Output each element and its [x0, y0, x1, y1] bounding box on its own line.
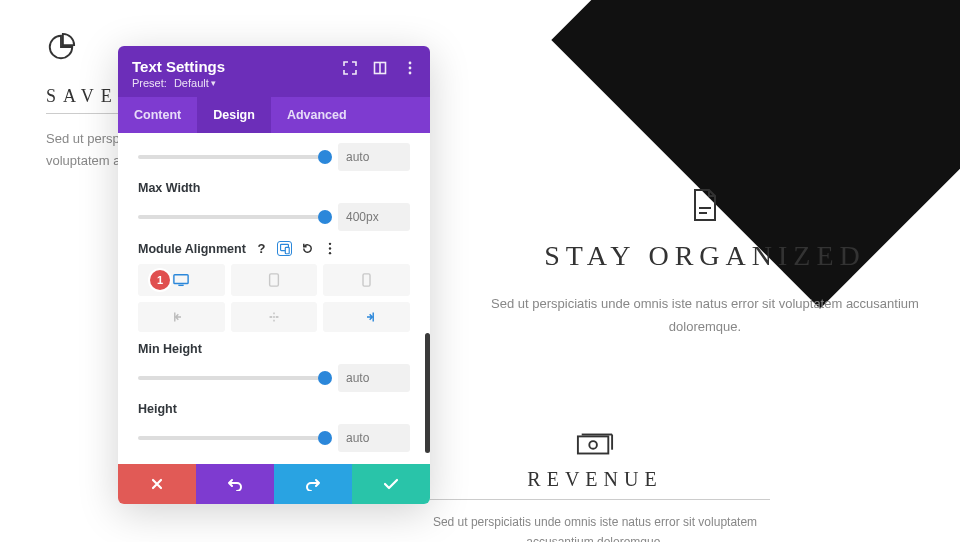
option-more-icon[interactable] [323, 241, 338, 256]
redo-icon [305, 477, 321, 491]
responsive-icon[interactable] [277, 241, 292, 256]
text-settings-modal: Text Settings Preset: Default ▾ Content [118, 46, 430, 504]
modal-preset[interactable]: Preset: Default ▾ [132, 77, 416, 89]
height-slider[interactable] [138, 436, 326, 440]
align-left-button[interactable] [138, 302, 225, 332]
module-alignment-text: Module Alignment [138, 242, 246, 256]
revenue-heading: REVENUE [420, 468, 770, 500]
svg-point-8 [409, 62, 412, 65]
modal-body: auto Max Width 400px Module Alignment ? [118, 133, 430, 464]
svg-rect-19 [363, 274, 370, 286]
svg-rect-2 [578, 436, 608, 453]
pie-chart-icon [46, 32, 76, 62]
device-tab-phone[interactable] [323, 264, 410, 296]
right-column: STAY ORGANIZED Sed ut perspiciatis unde … [480, 188, 930, 339]
reset-icon[interactable] [300, 241, 315, 256]
preset-prefix: Preset: [132, 77, 167, 89]
slider-thumb[interactable] [318, 431, 332, 445]
max-width-slider[interactable] [138, 215, 326, 219]
help-icon[interactable]: ? [254, 241, 269, 256]
revenue-column: REVENUE Sed ut perspiciatis unde omnis i… [420, 432, 770, 542]
min-height-slider[interactable] [138, 376, 326, 380]
save-button[interactable] [352, 464, 430, 504]
slider-thumb[interactable] [318, 371, 332, 385]
height-label: Height [138, 402, 410, 416]
close-button[interactable] [118, 464, 196, 504]
close-icon [150, 477, 164, 491]
revenue-paragraph: Sed ut perspiciatis unde omnis iste natu… [420, 512, 770, 542]
tab-advanced[interactable]: Advanced [271, 97, 363, 133]
svg-rect-12 [285, 247, 289, 253]
svg-rect-16 [174, 275, 188, 284]
more-icon[interactable] [402, 60, 418, 76]
svg-point-13 [329, 243, 331, 245]
max-width-value[interactable]: 400px [338, 203, 410, 231]
width-slider[interactable] [138, 155, 326, 159]
check-icon [383, 478, 399, 490]
expand-icon[interactable] [342, 60, 358, 76]
height-value[interactable]: auto [338, 424, 410, 452]
scrollbar[interactable] [425, 333, 430, 453]
document-icon [691, 188, 719, 222]
svg-point-9 [409, 67, 412, 70]
stay-organized-paragraph: Sed ut perspiciatis unde omnis iste natu… [480, 292, 930, 339]
preset-value: Default [174, 77, 209, 89]
max-height-label: Max Height [138, 462, 410, 464]
align-right-button[interactable] [323, 302, 410, 332]
modal-header[interactable]: Text Settings Preset: Default ▾ [118, 46, 430, 97]
align-center-button[interactable] [231, 302, 318, 332]
stay-organized-heading: STAY ORGANIZED [480, 240, 930, 272]
modal-footer [118, 464, 430, 504]
money-icon [576, 432, 614, 456]
svg-point-14 [329, 247, 331, 249]
chevron-down-icon: ▾ [211, 78, 216, 88]
module-alignment-label: Module Alignment ? [138, 241, 410, 256]
width-value[interactable]: auto [338, 143, 410, 171]
slider-thumb[interactable] [318, 210, 332, 224]
undo-button[interactable] [196, 464, 274, 504]
modal-tabs: Content Design Advanced [118, 97, 430, 133]
min-height-label: Min Height [138, 342, 410, 356]
slider-thumb[interactable] [318, 150, 332, 164]
layout-toggle-icon[interactable] [372, 60, 388, 76]
min-height-value[interactable]: auto [338, 364, 410, 392]
tab-content[interactable]: Content [118, 97, 197, 133]
svg-point-3 [589, 441, 597, 449]
device-tab-tablet[interactable] [231, 264, 318, 296]
svg-point-15 [329, 252, 331, 254]
undo-icon [227, 477, 243, 491]
redo-button[interactable] [274, 464, 352, 504]
tab-design[interactable]: Design [197, 97, 271, 133]
max-width-label: Max Width [138, 181, 410, 195]
svg-point-10 [409, 72, 412, 75]
step-marker-1: 1 [150, 270, 170, 290]
svg-rect-18 [270, 274, 279, 286]
